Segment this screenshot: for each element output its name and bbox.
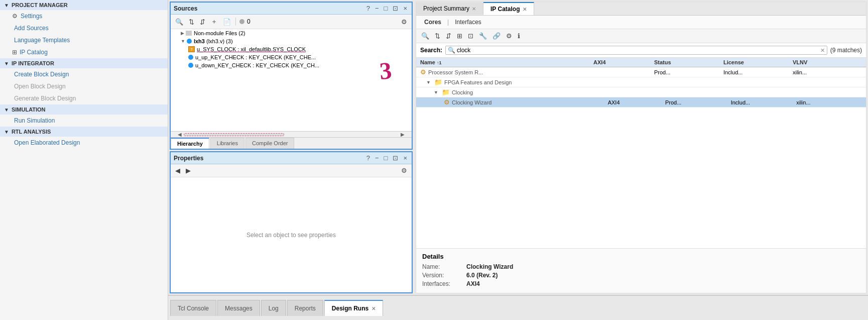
ip-row-fpga-features[interactable]: ▼ 📁 FPGA Features and Design <box>416 77 866 87</box>
sources-close-icon[interactable]: × <box>402 4 409 13</box>
ip-wrench-btn[interactable]: 🔧 <box>477 31 489 41</box>
detail-name-value: Clocking Wizard <box>466 263 513 270</box>
clocking-wizard-name: ⚙ Clocking Wizard <box>444 98 608 106</box>
sidebar-item-language-templates[interactable]: Language Templates <box>0 34 168 46</box>
ip-interfaces-tab[interactable]: Interfaces <box>451 18 485 27</box>
detail-name-row: Name: Clocking Wizard <box>422 263 860 270</box>
ip-row-clocking[interactable]: ▼ 📁 Clocking <box>416 87 866 97</box>
tree-arrow-lxh3: ▼ <box>181 39 185 44</box>
sources-maximize-icon[interactable]: ⊡ <box>391 4 400 13</box>
bottom-tab-messages[interactable]: Messages <box>217 300 260 316</box>
hscroll-right-arrow[interactable]: ▶ <box>401 132 405 137</box>
sidebar-item-create-block-design[interactable]: Create Block Design <box>0 68 168 80</box>
hscroll-left-arrow[interactable]: ◀ <box>178 132 182 137</box>
properties-content: Select an object to see properties <box>171 177 412 292</box>
sources-panel-tabs: Hierarchy Libraries Compile Order <box>171 137 412 149</box>
ip-collapse-btn[interactable]: ⇅ <box>433 31 442 41</box>
ip-cores-tabs: Cores | Interfaces <box>416 16 866 29</box>
tree-item-sys-clock[interactable]: ? u_SYS_CLOCK : xil_defaultlib.SYS_CLOCK <box>171 45 412 53</box>
processor-system-name: ⚙ Processor System R... <box>420 68 593 76</box>
main-area: Sources ? − □ ⊡ × 🔍 ⇅ ⇵ ＋ 📄 <box>168 0 868 320</box>
sidebar-item-settings[interactable]: ⚙ Settings <box>0 10 168 22</box>
ip-expand-btn[interactable]: ⇵ <box>444 31 453 41</box>
tree-item-down-key-check[interactable]: u_down_KEY_CHECK : KEY_CHECK (KEY_CH... <box>171 61 412 69</box>
ip-repos-btn[interactable]: ⊡ <box>466 31 475 41</box>
processor-license: Includ... <box>723 69 793 75</box>
sources-settings-btn[interactable]: ⚙ <box>399 17 409 27</box>
sources-badge: 0 <box>247 18 251 25</box>
props-forward-btn[interactable]: ▶ <box>184 166 193 175</box>
hscroll-thumb[interactable] <box>184 133 284 136</box>
tab-hierarchy[interactable]: Hierarchy <box>171 138 209 149</box>
ip-row-clocking-wizard[interactable]: ⚙ Clocking Wizard AXI4 Prod... Includ...… <box>416 97 866 108</box>
clocking-wizard-axi4: AXI4 <box>608 99 665 105</box>
ip-cores-tab[interactable]: Cores <box>420 18 445 27</box>
props-back-btn[interactable]: ◀ <box>173 166 182 175</box>
ip-search-input[interactable] <box>457 47 820 54</box>
bottom-tab-design-runs[interactable]: Design Runs ✕ <box>324 300 383 316</box>
ip-search-row: Search: 🔍 ✕ (9 matches) <box>416 43 866 58</box>
properties-maximize-icon[interactable]: ⊡ <box>391 154 400 162</box>
file-icon-sys-clock: ? <box>188 46 195 52</box>
sources-status-dot <box>239 19 244 24</box>
sources-search-btn[interactable]: 🔍 <box>173 17 185 27</box>
col-header-name[interactable]: Name ↑1 <box>420 59 593 65</box>
sources-file-btn[interactable]: 📄 <box>221 17 233 27</box>
ip-filter-btn[interactable]: ⊞ <box>455 31 464 41</box>
tree-item-nonmodule[interactable]: ▶ Non-module Files (2) <box>171 29 412 37</box>
sidebar-item-open-elaborated-design[interactable]: Open Elaborated Design <box>0 137 168 149</box>
ip-search-clear-btn[interactable]: ✕ <box>820 47 825 54</box>
clocking-arrow: ▼ <box>434 90 438 95</box>
sources-panel-controls: ? − □ ⊡ × <box>365 4 409 13</box>
tree-item-lxh3[interactable]: ▼ lxh3 (lxh3.v) (3) <box>171 37 412 45</box>
properties-minimize-icon[interactable]: − <box>374 154 381 162</box>
ip-catalog-close[interactable]: ✕ <box>523 7 527 12</box>
bottom-tab-tcl-console[interactable]: Tcl Console <box>170 300 216 316</box>
sources-hscroll[interactable]: ◀ ▶ <box>171 131 412 137</box>
ip-settings-btn[interactable]: ⚙ <box>504 31 514 41</box>
sources-minimize-icon[interactable]: − <box>374 4 381 13</box>
sidebar-item-add-sources[interactable]: Add Sources <box>0 22 168 34</box>
tree-item-up-key-check[interactable]: u_up_KEY_CHECK : KEY_CHECK (KEY_CHE... <box>171 53 412 61</box>
ip-search-input-wrap: 🔍 ✕ <box>445 46 827 55</box>
bottom-tab-reports[interactable]: Reports <box>287 300 323 316</box>
clocking-wizard-vlnv: xilin... <box>796 99 862 105</box>
ip-table-body: ⚙ Processor System R... Prod... Includ..… <box>416 67 866 248</box>
ip-search-btn[interactable]: 🔍 <box>419 31 431 41</box>
properties-panel: Properties ? − □ ⊡ × ◀ ▶ ⚙ <box>170 151 413 293</box>
folder-icon-fpga: 📁 <box>434 78 442 86</box>
ip-link-btn[interactable]: 🔗 <box>490 31 503 41</box>
ip-info-btn[interactable]: ℹ <box>516 31 522 41</box>
tree-label-up-key-check: u_up_KEY_CHECK : KEY_CHECK (KEY_CHE... <box>195 54 316 60</box>
ip-row-processor-system[interactable]: ⚙ Processor System R... Prod... Includ..… <box>416 67 866 77</box>
design-runs-close[interactable]: ✕ <box>371 306 376 311</box>
properties-help-icon[interactable]: ? <box>365 154 371 162</box>
properties-panel-controls: ? − □ ⊡ × <box>365 154 409 162</box>
bottom-tab-log[interactable]: Log <box>261 300 286 316</box>
sidebar-section-simulation[interactable]: ▼ SIMULATION <box>0 104 168 115</box>
tab-libraries[interactable]: Libraries <box>210 138 244 149</box>
sidebar-item-run-simulation[interactable]: Run Simulation <box>0 115 168 127</box>
sidebar-section-ip-integrator[interactable]: ▼ IP INTEGRATOR <box>0 58 168 68</box>
properties-close-icon[interactable]: × <box>402 154 409 162</box>
tab-project-summary[interactable]: Project Summary ✕ <box>416 3 483 15</box>
sources-expand-all-btn[interactable]: ⇵ <box>198 17 207 27</box>
sources-float-icon[interactable]: □ <box>383 4 390 13</box>
chip-icon-clocking: ⚙ <box>444 98 450 106</box>
properties-float-icon[interactable]: □ <box>383 154 390 162</box>
detail-interfaces-label: Interfaces: <box>422 280 462 287</box>
project-summary-close[interactable]: ✕ <box>472 6 476 12</box>
sidebar-item-generate-block-design: Generate Block Design <box>0 92 168 104</box>
tab-compile-order[interactable]: Compile Order <box>245 138 295 149</box>
clocking-wizard-license: Includ... <box>731 99 797 105</box>
gear-icon: ⚙ <box>12 13 18 20</box>
sources-add-btn[interactable]: ＋ <box>209 16 219 27</box>
rtl-analysis-label: RTL ANALYSIS <box>12 129 51 135</box>
sources-collapse-all-btn[interactable]: ⇅ <box>187 17 196 27</box>
tab-ip-catalog[interactable]: IP Catalog ✕ <box>483 2 534 15</box>
sources-help-icon[interactable]: ? <box>365 4 371 13</box>
props-settings-btn[interactable]: ⚙ <box>399 166 409 175</box>
sidebar-section-rtl-analysis[interactable]: ▼ RTL ANALYSIS <box>0 127 168 137</box>
sidebar-item-ip-catalog[interactable]: ⊞ IP Catalog <box>0 46 168 58</box>
sidebar-section-project-manager[interactable]: ▼ PROJECT MANAGER <box>0 0 168 10</box>
